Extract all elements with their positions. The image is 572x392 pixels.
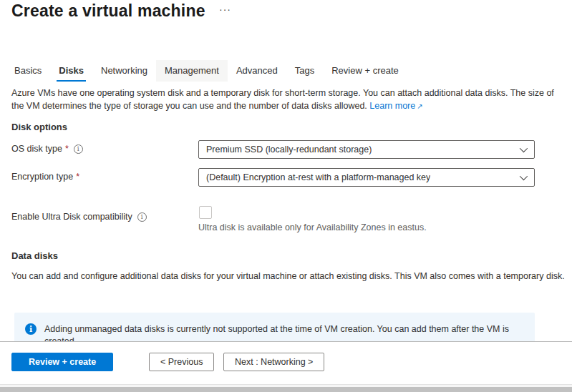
tab-advanced[interactable]: Advanced [228, 60, 286, 82]
tab-management[interactable]: Management [156, 60, 228, 82]
info-icon[interactable]: i [74, 144, 83, 154]
encryption-type-dropdown[interactable]: (Default) Encryption at-rest with a plat… [198, 168, 535, 187]
horizontal-scrollbar-track[interactable] [0, 384, 572, 392]
tab-networking[interactable]: Networking [92, 60, 156, 82]
intro-line1: Azure VMs have one operating system disk… [11, 88, 508, 98]
learn-more-link[interactable]: Learn more [369, 101, 415, 111]
create-vm-page: Create a virtual machine ··· Basics Disk… [0, 0, 572, 392]
os-disk-type-dropdown[interactable]: Premium SSD (locally-redundant storage) [198, 140, 535, 159]
tab-disks[interactable]: Disks [50, 60, 92, 82]
data-disks-description-line2: temporary disk. [503, 271, 564, 281]
ultra-disk-checkbox[interactable] [199, 206, 212, 219]
wizard-tabs: Basics Disks Networking Management Advan… [6, 60, 407, 82]
ultra-disk-label: Enable Ultra Disk compatibility i [11, 212, 147, 222]
os-disk-type-value: Premium SSD (locally-redundant storage) [206, 144, 372, 155]
chevron-down-icon [520, 172, 528, 180]
data-disks-heading: Data disks [11, 250, 58, 261]
disks-intro-text: Azure VMs have one operating system disk… [11, 87, 568, 112]
data-disks-description-line1: You can add and configure additional dat… [11, 271, 501, 281]
info-icon[interactable]: i [137, 212, 147, 222]
page-title: Create a virtual machine [11, 1, 205, 21]
tab-tags[interactable]: Tags [286, 60, 323, 82]
required-marker: * [65, 144, 69, 154]
encryption-type-label: Encryption type * [11, 172, 79, 182]
review-create-button[interactable]: Review + create [11, 353, 113, 371]
encryption-type-value: (Default) Encryption at-rest with a plat… [206, 172, 430, 182]
os-disk-type-label: OS disk type * i [11, 144, 83, 154]
required-marker: * [76, 172, 79, 182]
tab-review-create[interactable]: Review + create [323, 60, 407, 82]
disk-options-heading: Disk options [11, 122, 67, 132]
ultra-disk-helper-text: Ultra disk is available only for Availab… [198, 222, 427, 232]
info-filled-icon: i [25, 323, 37, 335]
data-disks-description: You can add and configure additional dat… [11, 270, 566, 283]
horizontal-scrollbar-thumb[interactable] [0, 387, 572, 392]
external-link-icon: ↗ [417, 102, 422, 110]
chevron-down-icon [520, 144, 528, 152]
next-networking-button[interactable]: Next : Networking > [223, 353, 324, 371]
tab-basics[interactable]: Basics [6, 60, 50, 82]
wizard-footer: Review + create < Previous Next : Networ… [0, 341, 572, 384]
previous-button[interactable]: < Previous [149, 353, 214, 371]
more-options-icon[interactable]: ··· [219, 4, 231, 14]
